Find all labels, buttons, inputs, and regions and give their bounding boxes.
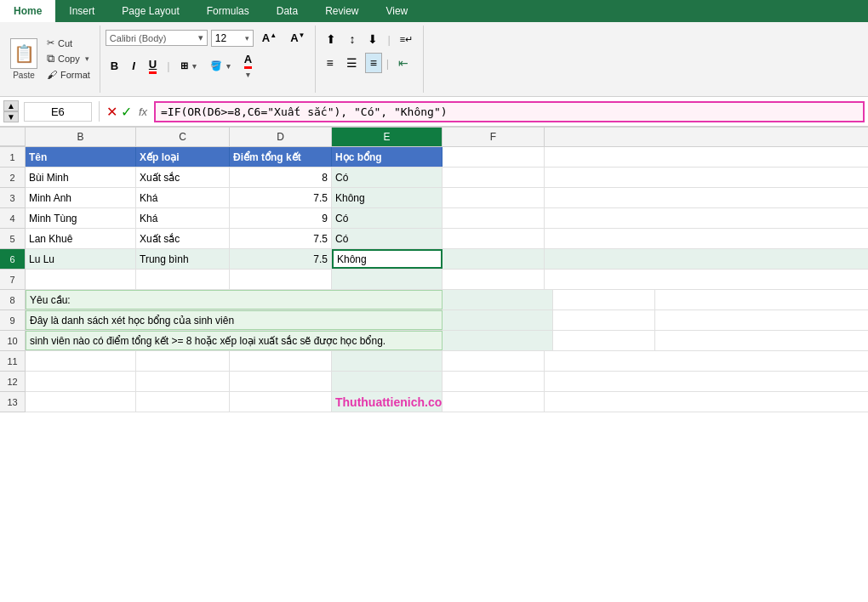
cell-e1[interactable]: Học bổng <box>332 147 443 167</box>
cell-f7[interactable] <box>443 270 545 289</box>
col-header-c[interactable]: C <box>136 128 230 146</box>
align-right-button[interactable]: ≡ <box>365 53 382 73</box>
row-header-9[interactable]: 9 <box>0 310 26 331</box>
cell-b9[interactable]: Đây là danh sách xét học bổng của sinh v… <box>26 310 443 330</box>
tab-data[interactable]: Data <box>263 0 311 22</box>
tab-review[interactable]: Review <box>311 0 372 22</box>
underline-button[interactable]: U <box>144 55 162 77</box>
cell-b6[interactable]: Lu Lu <box>26 249 136 269</box>
formula-cancel-button[interactable]: ✕ <box>106 104 117 120</box>
cell-b3[interactable]: Minh Anh <box>26 188 136 207</box>
cell-e6[interactable]: Không <box>332 249 443 269</box>
font-name-select[interactable]: Calibri (Body) ▾ <box>106 30 208 46</box>
format-painter-button[interactable]: Format <box>44 68 93 82</box>
col-header-d[interactable]: D <box>230 128 332 146</box>
row-header-6[interactable]: 6 <box>0 249 26 270</box>
cell-b10[interactable]: sinh viên nào có điểm tổng kết >= 8 hoặc… <box>26 331 443 350</box>
cell-e4[interactable]: Có <box>332 208 443 228</box>
cell-b4[interactable]: Minh Tùng <box>26 208 136 228</box>
row-header-8[interactable]: 8 <box>0 290 26 310</box>
font-grow-button[interactable]: A▲ <box>257 29 282 47</box>
cell-c11[interactable] <box>136 351 230 371</box>
cell-f5[interactable] <box>443 229 545 248</box>
tab-home[interactable]: Home <box>0 0 55 22</box>
cell-b7[interactable] <box>26 270 136 289</box>
cell-c6[interactable]: Trung bình <box>136 249 230 269</box>
cell-e3[interactable]: Không <box>332 188 443 207</box>
cell-c13[interactable] <box>136 392 230 412</box>
row-header-11[interactable]: 11 <box>0 351 26 372</box>
cell-d11[interactable] <box>230 351 332 371</box>
italic-button[interactable]: I <box>127 57 140 75</box>
cell-f4[interactable] <box>443 208 545 228</box>
paste-button[interactable]: Paste <box>7 37 41 82</box>
cell-d6[interactable]: 7.5 <box>230 249 332 269</box>
cell-e11[interactable] <box>332 351 443 371</box>
formula-confirm-button[interactable]: ✓ <box>121 104 132 120</box>
align-center-button[interactable]: ☰ <box>341 53 363 73</box>
cell-b2[interactable]: Bùi Minh <box>26 168 136 187</box>
cell-c7[interactable] <box>136 270 230 289</box>
align-bottom-button[interactable]: ⬇ <box>363 29 383 49</box>
cell-e10[interactable] <box>443 331 553 350</box>
cell-f2[interactable] <box>443 168 545 187</box>
cell-c1[interactable]: Xếp loại <box>136 147 230 167</box>
cell-c3[interactable]: Khá <box>136 188 230 207</box>
cut-button[interactable]: Cut <box>44 37 93 49</box>
cell-ref-up[interactable]: ▲ <box>3 100 19 111</box>
wrap-text-button[interactable]: ≡↵ <box>395 31 418 48</box>
cell-c12[interactable] <box>136 372 230 391</box>
cell-e7[interactable] <box>332 270 443 289</box>
cell-b8[interactable]: Yêu cầu: <box>26 290 443 310</box>
row-header-3[interactable]: 3 <box>0 188 26 208</box>
cell-d12[interactable] <box>230 372 332 391</box>
cell-f12[interactable] <box>443 372 545 391</box>
cell-e5[interactable]: Có <box>332 229 443 248</box>
row-header-1[interactable]: 1 <box>0 147 26 168</box>
cell-d1[interactable]: Điểm tổng kết <box>230 147 332 167</box>
cell-f6[interactable] <box>443 249 545 269</box>
cell-f1[interactable] <box>443 147 545 167</box>
row-header-10[interactable]: 10 <box>0 331 26 351</box>
formula-input[interactable] <box>154 101 865 122</box>
cell-c5[interactable]: Xuất sắc <box>136 229 230 248</box>
fill-color-button[interactable]: 🪣 ▾ <box>205 58 236 74</box>
col-header-f[interactable]: F <box>443 128 545 146</box>
cell-f13[interactable] <box>443 392 545 412</box>
cell-b11[interactable] <box>26 351 136 371</box>
cell-e9[interactable] <box>443 310 553 330</box>
cell-c2[interactable]: Xuất sắc <box>136 168 230 187</box>
cell-e8[interactable] <box>443 290 553 310</box>
border-button[interactable]: ⊞ ▾ <box>175 58 202 74</box>
align-middle-button[interactable]: ↕ <box>344 29 360 49</box>
cell-c4[interactable]: Khá <box>136 208 230 228</box>
cell-b12[interactable] <box>26 372 136 391</box>
row-header-12[interactable]: 12 <box>0 372 26 392</box>
row-header-5[interactable]: 5 <box>0 229 26 249</box>
cell-b5[interactable]: Lan Khuê <box>26 229 136 248</box>
cell-d2[interactable]: 8 <box>230 168 332 187</box>
font-shrink-button[interactable]: A▼ <box>285 29 310 47</box>
font-color-button[interactable]: A ▾ <box>239 50 257 82</box>
tab-view[interactable]: View <box>372 0 421 22</box>
cell-e12[interactable] <box>332 372 443 391</box>
cell-reference-box[interactable] <box>24 102 92 122</box>
cell-d7[interactable] <box>230 270 332 289</box>
cell-d4[interactable]: 9 <box>230 208 332 228</box>
col-header-e[interactable]: E <box>332 128 443 146</box>
cell-e2[interactable]: Có <box>332 168 443 187</box>
indent-button[interactable]: ⇤ <box>393 53 414 73</box>
cell-f10[interactable] <box>553 331 655 350</box>
cell-d13[interactable] <box>230 392 332 412</box>
cell-d5[interactable]: 7.5 <box>230 229 332 248</box>
tab-formulas[interactable]: Formulas <box>193 0 263 22</box>
bold-button[interactable]: B <box>106 57 123 75</box>
tab-insert[interactable]: Insert <box>55 0 108 22</box>
cell-ref-down[interactable]: ▼ <box>3 111 19 122</box>
cell-d3[interactable]: 7.5 <box>230 188 332 207</box>
col-header-b[interactable]: B <box>26 128 136 146</box>
cell-f8[interactable] <box>553 290 655 310</box>
tab-page-layout[interactable]: Page Layout <box>108 0 192 22</box>
row-header-4[interactable]: 4 <box>0 208 26 229</box>
cell-b1[interactable]: Tên <box>26 147 136 167</box>
